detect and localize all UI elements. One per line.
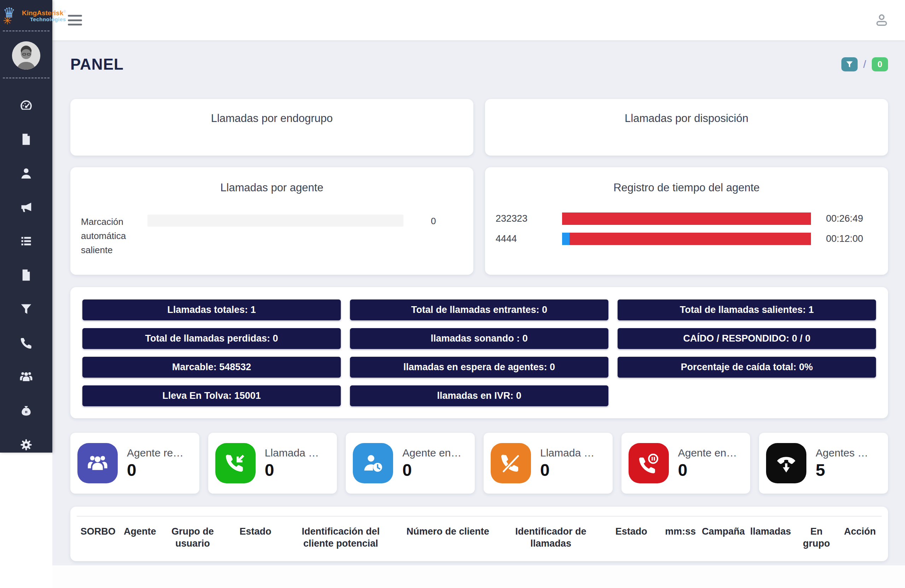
status-card-label: Llamada … — [540, 447, 594, 459]
document-icon — [19, 269, 33, 282]
funnel-icon — [845, 60, 854, 68]
status-card-agents-logged-out[interactable]: Agentes … 5 — [759, 433, 888, 494]
agent-status-cards: Agente re… 0 Llamada … 0 — [70, 433, 888, 494]
card-registro-tiempo-agente: Registro de tiempo del agente 232323 00:… — [485, 167, 888, 275]
col-identificador-llamadas[interactable]: Identificador de llamadas — [500, 526, 602, 550]
stat-pill: Marcable: 548532 — [83, 357, 341, 378]
sidebar-divider-bottom — [3, 78, 49, 78]
sidebar-item-settings[interactable] — [16, 438, 37, 452]
status-card-label: Agente en… — [402, 447, 461, 459]
agent-time-chart: 232323 00:26:49 4444 00:12:00 — [485, 213, 888, 245]
topbar — [52, 0, 905, 40]
card-llamadas-disposicion: Llamadas por disposición — [485, 99, 888, 156]
sidebar-item-hopper[interactable] — [16, 404, 37, 418]
stats-column-3: Total de llamadas salientes: 1 CAÍDO / R… — [618, 299, 876, 406]
phone-down-icon — [775, 451, 798, 475]
bar-time-value: 00:12:00 — [811, 234, 878, 244]
brand-logo[interactable]: ♛ ✳ KingAsterisk® Technologies — [0, 0, 52, 30]
sidebar-item-dashboard[interactable] — [16, 98, 37, 113]
menu-toggle-button[interactable] — [68, 15, 82, 25]
col-sorbo[interactable]: SORBO — [77, 526, 119, 550]
bar-value: 0 — [403, 216, 464, 227]
stat-pill: CAÍDO / RESPONDIDO: 0 / 0 — [618, 328, 876, 349]
col-en-grupo[interactable]: En grupo — [795, 526, 838, 550]
col-accion[interactable]: Acción — [838, 526, 882, 550]
sidebar-item-agents[interactable] — [16, 166, 37, 180]
card-title: Llamadas por agente — [70, 181, 473, 194]
status-card-missed-call[interactable]: Llamada … 0 — [484, 433, 613, 494]
stat-pill: llamadas en IVR: 0 — [350, 385, 608, 406]
megaphone-icon — [19, 200, 33, 214]
list-icon — [19, 234, 33, 248]
bar-track — [562, 233, 811, 245]
col-agente[interactable]: Agente — [119, 526, 160, 550]
bar-time-value: 00:26:49 — [811, 213, 878, 224]
avatar[interactable] — [12, 41, 40, 70]
status-card-incoming-call[interactable]: Llamada … 0 — [208, 433, 337, 494]
sidebar-item-reports[interactable] — [16, 132, 37, 146]
status-card-agent-paused[interactable]: Agente en… 0 — [621, 433, 751, 494]
col-llamadas[interactable]: llamadas — [746, 526, 795, 550]
asterisk-icon: ✳ — [3, 16, 12, 26]
status-card-label: Llamada … — [265, 447, 319, 459]
col-numero-cliente[interactable]: Número de cliente — [395, 526, 500, 550]
registered-mark: ® — [63, 10, 66, 13]
phone-pause-icon — [637, 451, 660, 475]
stats-summary-card: Llamadas totales: 1 Total de llamadas pe… — [70, 287, 888, 418]
status-card-value: 0 — [265, 460, 319, 480]
sidebar-item-campaigns[interactable] — [16, 200, 37, 214]
stat-pill: llamadas en espera de agentes: 0 — [350, 357, 608, 378]
stats-column-1: Llamadas totales: 1 Total de llamadas pe… — [83, 299, 341, 406]
bar-segment-red — [570, 233, 811, 245]
bar-segment-red — [562, 213, 811, 225]
status-card-value: 0 — [127, 460, 184, 480]
users-group-icon — [86, 451, 109, 475]
funnel-icon — [19, 302, 33, 316]
stats-column-2: Total de llamadas entrantes: 0 llamadas … — [350, 299, 608, 406]
sidebar-item-filters[interactable] — [16, 302, 37, 316]
col-estado[interactable]: Estado — [225, 526, 286, 550]
card-llamadas-endogrupo: Llamadas por endogrupo — [70, 99, 473, 156]
sidebar-item-lists[interactable] — [16, 234, 37, 248]
col-mmss[interactable]: mm:ss — [661, 526, 700, 550]
col-grupo-usuario[interactable]: Grupo de usuario — [160, 526, 225, 550]
stat-pill: Total de llamadas salientes: 1 — [618, 299, 876, 320]
count-badge[interactable]: 0 — [872, 57, 888, 72]
col-identificacion-cliente[interactable]: Identificación del cliente potencial — [286, 526, 395, 550]
status-card-agents-ready[interactable]: Agente re… 0 — [70, 433, 199, 494]
sidebar-item-leads[interactable] — [16, 268, 37, 282]
status-card-label: Agente re… — [127, 447, 184, 459]
live-agents-table-card: SORBO Agente Grupo de usuario Estado Ide… — [70, 507, 888, 561]
status-card-label: Agente en… — [678, 447, 737, 459]
col-campana[interactable]: Campaña — [700, 526, 746, 550]
user-icon — [19, 167, 33, 180]
col-estado-2[interactable]: Estado — [602, 526, 661, 550]
sidebar-item-calls[interactable] — [16, 336, 37, 350]
stat-pill: Total de llamadas entrantes: 0 — [350, 299, 608, 320]
account-button[interactable] — [874, 13, 889, 28]
page-title: PANEL — [70, 56, 124, 73]
user-clock-icon — [361, 451, 385, 475]
time-bar-row: 232323 00:26:49 — [485, 213, 888, 225]
time-bar-row: 4444 00:12:00 — [485, 233, 888, 245]
filter-badge-button[interactable] — [841, 57, 857, 72]
sidebar-item-user-groups[interactable] — [16, 370, 37, 384]
card-title: Registro de tiempo del agente — [485, 181, 888, 194]
page-head: PANEL / 0 — [70, 54, 888, 74]
status-card-value: 5 — [816, 460, 868, 480]
charts-row-top: Llamadas por endogrupo Llamadas por disp… — [70, 99, 888, 156]
hamburger-icon — [68, 15, 82, 17]
agent-calls-chart: Marcación automática saliente 0 — [70, 215, 473, 257]
card-title: Llamadas por disposición — [485, 112, 888, 125]
dashboard-screen: ♛ ✳ KingAsterisk® Technologies — [0, 0, 905, 588]
brand-name: KingAsterisk® — [22, 10, 66, 17]
stat-pill: Porcentaje de caída total: 0% — [618, 357, 876, 378]
document-icon — [19, 133, 33, 146]
stat-pill: Llamadas totales: 1 — [83, 299, 341, 320]
status-card-agent-waiting[interactable]: Agente en… 0 — [346, 433, 475, 494]
card-title: Llamadas por endogrupo — [70, 112, 473, 125]
card-llamadas-por-agente: Llamadas por agente Marcación automática… — [70, 167, 473, 275]
sidebar: ♛ ✳ KingAsterisk® Technologies — [0, 0, 52, 453]
status-card-value: 0 — [402, 460, 461, 480]
main-content: PANEL / 0 Llamadas por endogrupo Llamada… — [52, 40, 905, 566]
